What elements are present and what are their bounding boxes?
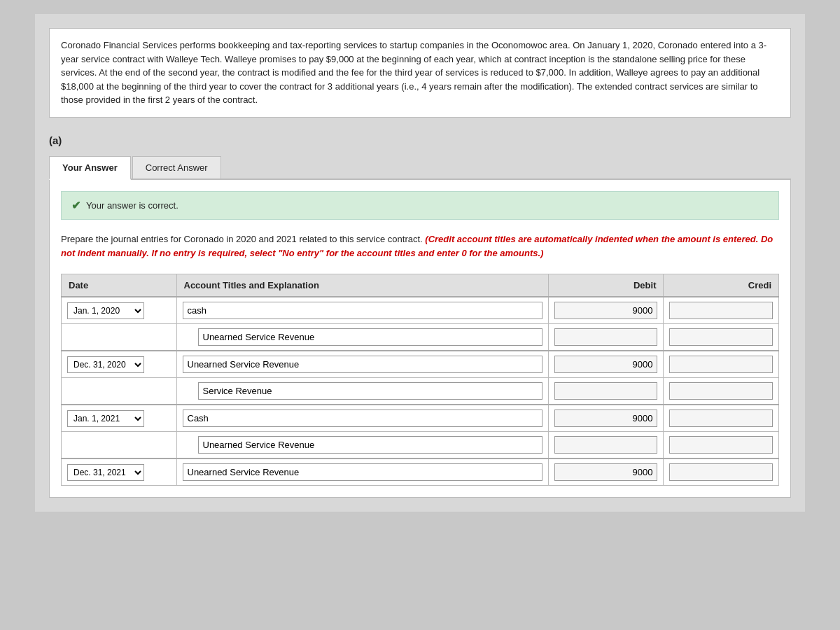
scenario-text: Coronado Financial Services performs boo… [61, 40, 766, 105]
col-header-date: Date [62, 274, 177, 298]
date-cell-6 [62, 432, 177, 459]
credit-cell-3 [664, 351, 779, 378]
date-select-1[interactable]: Jan. 1, 2020 [67, 302, 144, 319]
debit-cell-6 [548, 432, 664, 459]
credit-cell-1 [664, 297, 779, 324]
date-cell-1: Jan. 1, 2020 [62, 297, 177, 324]
account-cell-4 [176, 378, 548, 405]
date-cell-7: Dec. 31, 2021 [62, 458, 177, 486]
debit-cell-4 [548, 378, 664, 405]
account-input-2[interactable] [198, 328, 542, 346]
tab-your-answer[interactable]: Your Answer [49, 156, 131, 180]
date-select-3[interactable]: Dec. 31, 2020 [67, 356, 144, 373]
account-cell-2 [176, 324, 548, 351]
debit-cell-2 [548, 324, 664, 351]
credit-cell-4 [664, 378, 779, 405]
credit-input-5[interactable] [669, 410, 773, 427]
account-input-6[interactable] [198, 436, 542, 454]
table-row: Jan. 1, 2020 [62, 297, 779, 324]
instructions: Prepare the journal entries for Coronado… [61, 232, 779, 262]
credit-input-4[interactable] [669, 382, 773, 400]
correct-banner: ✔ Your answer is correct. [61, 191, 779, 220]
col-header-debit: Debit [548, 274, 664, 298]
credit-cell-2 [664, 324, 779, 351]
debit-input-5[interactable] [554, 410, 658, 427]
account-input-1[interactable] [183, 302, 542, 319]
tabs-container: Your Answer Correct Answer [49, 156, 791, 180]
account-input-7[interactable] [183, 463, 542, 481]
debit-input-6[interactable] [554, 436, 658, 454]
account-input-3[interactable] [183, 356, 542, 373]
table-row [62, 324, 779, 351]
date-select-5[interactable]: Jan. 1, 2021 [67, 410, 144, 427]
account-cell-1 [176, 297, 548, 324]
credit-input-3[interactable] [669, 356, 773, 373]
debit-cell-3 [548, 351, 664, 378]
table-row: Dec. 31, 2021 [62, 458, 779, 486]
tab-correct-answer[interactable]: Correct Answer [132, 156, 221, 178]
credit-input-1[interactable] [669, 302, 773, 319]
debit-input-4[interactable] [554, 382, 658, 400]
debit-cell-1 [548, 297, 664, 324]
debit-cell-5 [548, 405, 664, 432]
debit-input-1[interactable] [554, 302, 658, 319]
date-cell-5: Jan. 1, 2021 [62, 405, 177, 432]
credit-input-7[interactable] [669, 463, 773, 481]
credit-cell-6 [664, 432, 779, 459]
debit-input-3[interactable] [554, 356, 658, 373]
content-area: ✔ Your answer is correct. Prepare the jo… [49, 180, 791, 498]
table-row: Dec. 31, 2020 [62, 351, 779, 378]
check-icon: ✔ [71, 199, 80, 212]
account-cell-6 [176, 432, 548, 459]
page-container: Coronado Financial Services performs boo… [35, 14, 805, 512]
account-cell-3 [176, 351, 548, 378]
table-row: Jan. 1, 2021 [62, 405, 779, 432]
section-label: (a) [49, 134, 791, 146]
date-cell-2 [62, 324, 177, 351]
table-row [62, 378, 779, 405]
debit-input-2[interactable] [554, 328, 658, 346]
table-row [62, 432, 779, 459]
col-header-account: Account Titles and Explanation [176, 274, 548, 298]
account-input-5[interactable] [183, 410, 542, 427]
date-select-7[interactable]: Dec. 31, 2021 [67, 464, 144, 481]
account-cell-5 [176, 405, 548, 432]
account-cell-7 [176, 458, 548, 486]
debit-cell-7 [548, 458, 664, 486]
credit-input-2[interactable] [669, 328, 773, 346]
debit-input-7[interactable] [554, 463, 658, 481]
col-header-credit: Credi [664, 274, 779, 298]
date-cell-4 [62, 378, 177, 405]
credit-cell-7 [664, 458, 779, 486]
account-input-4[interactable] [198, 382, 542, 400]
instructions-main: Prepare the journal entries for Coronado… [61, 234, 423, 244]
credit-cell-5 [664, 405, 779, 432]
scenario-box: Coronado Financial Services performs boo… [49, 28, 791, 118]
journal-table: Date Account Titles and Explanation Debi… [61, 274, 779, 486]
date-cell-3: Dec. 31, 2020 [62, 351, 177, 378]
banner-text: Your answer is correct. [86, 200, 178, 211]
credit-input-6[interactable] [669, 436, 773, 454]
